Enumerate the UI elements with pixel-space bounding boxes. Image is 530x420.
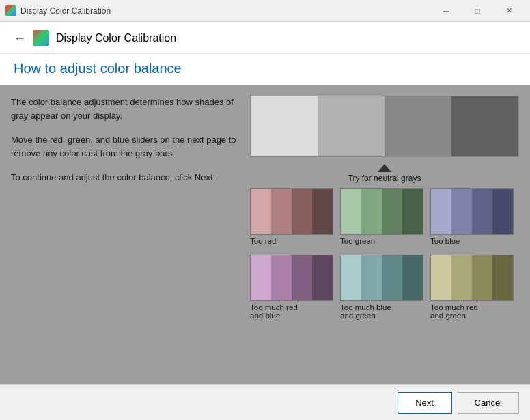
bar-rb4 [312,255,333,300]
paragraph-3: To continue and adjust the color balance… [11,171,236,184]
page-title: How to adjust color balance [14,61,516,76]
sample-rg-label: Too much red and green [430,303,478,320]
arrow-label-container: Try for neutral grays [250,164,519,183]
footer: Next Cancel [0,384,530,420]
bar-rb2 [271,255,292,300]
close-button[interactable]: ✕ [493,0,525,22]
sample-too-green-bars [340,188,423,235]
title-bar: Display Color Calibration ─ □ ✕ [0,0,530,22]
sample-too-much-red-blue: Too much red and blue [250,255,333,320]
app-title: Display Color Calibration [56,32,176,44]
cancel-button[interactable]: Cancel [458,392,519,414]
sample-too-blue: Too blue [430,188,514,245]
big-bar-4 [451,96,518,156]
sample-too-green: Too green [340,188,423,245]
sample-rg-bars [430,255,514,301]
bar-rb3 [292,255,312,300]
big-bars-container [250,96,519,157]
sample-too-red-bars [250,188,333,235]
bar-bg2 [361,255,382,300]
bar-bg4 [402,255,423,300]
samples-row-2: Too much red and blue Too much blue and … [250,255,519,320]
neutral-grays-label: Try for neutral grays [348,173,421,183]
bar-b3 [472,189,492,234]
sample-too-red-label: Too red [250,237,276,245]
sample-too-much-blue-green: Too much blue and green [340,255,423,320]
main-content: The color balance adjustment determines … [0,85,530,384]
bar-rg1 [431,255,451,300]
bar-b1 [431,189,451,234]
sample-too-much-red-green: Too much red and green [430,255,514,320]
big-bar-2 [318,96,385,156]
big-bar-3 [385,96,451,156]
app-icon-small [5,5,16,16]
bar-b2 [451,189,472,234]
samples-row-1: Too red Too green Too blue [250,188,519,245]
next-button[interactable]: Next [398,392,452,414]
back-button[interactable]: ← [14,31,26,46]
bar-g4 [402,189,423,234]
bar-bg1 [341,255,361,300]
bar-rg4 [492,255,513,300]
sample-too-green-label: Too green [340,237,375,245]
right-panel: Try for neutral grays Too red [250,96,519,374]
bar-rg2 [451,255,472,300]
bar-bg3 [382,255,402,300]
bar-r2 [271,189,292,234]
title-bar-controls: ─ □ ✕ [430,0,525,22]
bar-g1 [341,189,361,234]
bar-r1 [251,189,271,234]
app-header: ← Display Color Calibration [0,22,530,54]
bar-g2 [361,189,382,234]
page-heading-section: How to adjust color balance [0,54,530,85]
maximize-button[interactable]: □ [462,0,493,22]
big-bar-1 [251,96,318,156]
bar-r4 [312,189,333,234]
bar-r3 [292,189,312,234]
bar-rb1 [251,255,271,300]
sample-too-red: Too red [250,188,333,245]
sample-rb-bars [250,255,333,301]
sample-bg-bars [340,255,423,301]
bar-b4 [492,189,513,234]
title-bar-title: Display Color Calibration [20,6,111,16]
paragraph-1: The color balance adjustment determines … [11,96,236,122]
bar-rg3 [472,255,492,300]
left-panel: The color balance adjustment determines … [11,96,236,374]
app-icon [33,30,49,46]
sample-too-blue-bars [430,188,514,235]
minimize-button[interactable]: ─ [430,0,462,22]
arrow-up-icon [378,164,391,172]
sample-rb-label: Too much red and blue [250,303,298,320]
bar-g3 [382,189,402,234]
title-bar-left: Display Color Calibration [5,5,111,16]
sample-too-blue-label: Too blue [430,237,460,245]
paragraph-2: Move the red, green, and blue sliders on… [11,133,236,160]
sample-bg-label: Too much blue and green [340,303,391,320]
